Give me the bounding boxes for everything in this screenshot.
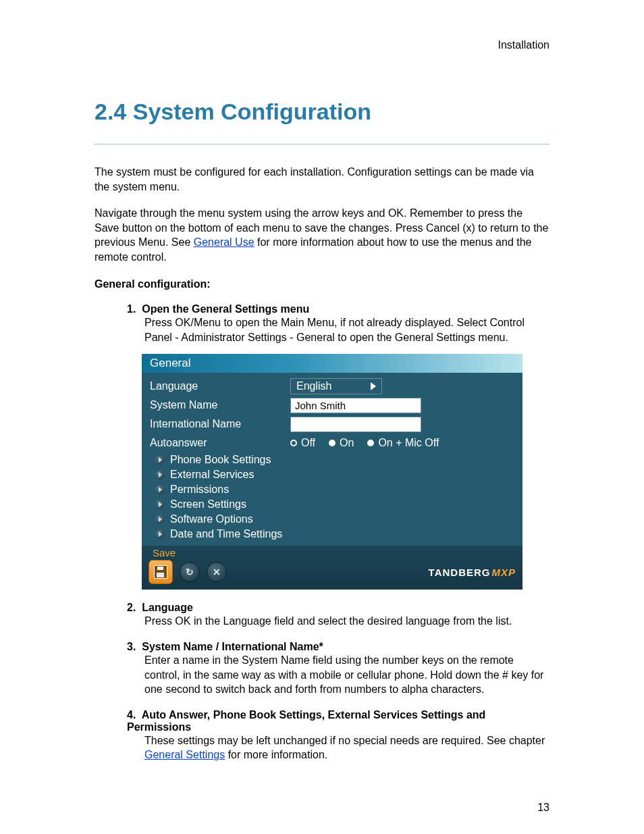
close-icon: ✕: [213, 567, 221, 577]
general-settings-link[interactable]: General Settings: [144, 749, 225, 760]
save-label: Save: [153, 547, 516, 558]
step-3-title: System Name / International Name*: [142, 641, 323, 652]
step-2-body: Press OK in the Language field and selec…: [144, 614, 549, 629]
radio-icon: [367, 440, 374, 446]
sub-date-time[interactable]: Date and Time Settings: [150, 527, 514, 542]
brand-logo: TANDBERGMXP: [429, 567, 516, 578]
language-label: Language: [150, 380, 285, 392]
general-use-link[interactable]: General Use: [194, 236, 254, 248]
language-select[interactable]: English: [290, 378, 382, 394]
page-number: 13: [537, 802, 549, 814]
intl-name-label: International Name: [150, 418, 285, 430]
chevron-right-icon: [371, 382, 376, 390]
refresh-button[interactable]: ↻: [180, 562, 200, 582]
brand-suffix: MXP: [491, 567, 516, 578]
refresh-icon: ↻: [186, 567, 194, 577]
general-settings-panel: General Language English System Name Int…: [142, 354, 522, 590]
step-3: 3. System Name / International Name* Ent…: [127, 641, 549, 697]
brand-text: TANDBERG: [429, 567, 491, 578]
sub-permissions[interactable]: Permissions: [150, 482, 514, 497]
sub-label: Permissions: [170, 484, 229, 496]
step-4-body-b: for more information.: [225, 749, 327, 760]
step-4-body: These settings may be left unchanged if …: [144, 733, 549, 762]
autoanswer-on-label: On: [340, 437, 354, 449]
language-row: Language English: [150, 377, 514, 396]
radio-icon: [329, 440, 336, 446]
step-1-number: 1.: [127, 303, 136, 315]
radio-icon: [290, 440, 297, 446]
sub-label: Software Options: [170, 513, 253, 525]
autoanswer-onmicoff-label: On + Mic Off: [378, 437, 439, 449]
play-icon: [155, 485, 165, 494]
intl-name-input[interactable]: [290, 417, 421, 432]
step-1-title: Open the General Settings menu: [142, 303, 309, 315]
autoanswer-off-label: Off: [301, 437, 315, 449]
system-name-input[interactable]: [290, 398, 421, 413]
intl-name-row: International Name: [150, 415, 514, 434]
autoanswer-off-radio[interactable]: Off: [290, 437, 315, 449]
sub-label: External Services: [170, 469, 254, 481]
play-icon: [155, 470, 165, 479]
step-3-body: Enter a name in the System Name field us…: [144, 653, 549, 697]
step-4-title: Auto Answer, Phone Book Settings, Extern…: [127, 709, 485, 733]
step-2: 2. Language Press OK in the Language fie…: [127, 602, 549, 629]
sub-phonebook[interactable]: Phone Book Settings: [150, 452, 514, 467]
play-icon: [155, 500, 165, 509]
cancel-button[interactable]: ✕: [207, 562, 227, 582]
autoanswer-row: Autoanswer Off On On + Mic Off: [150, 434, 514, 452]
panel-title: General: [142, 354, 522, 373]
play-icon: [155, 515, 165, 524]
sub-software-options[interactable]: Software Options: [150, 512, 514, 527]
sub-label: Screen Settings: [170, 498, 246, 511]
save-button[interactable]: [149, 560, 173, 584]
general-configuration-heading: General configuration:: [95, 277, 549, 292]
intro-paragraph-2: Navigate through the menu system using t…: [95, 206, 549, 264]
autoanswer-on-radio[interactable]: On: [329, 437, 354, 449]
system-name-row: System Name: [150, 396, 514, 415]
step-1-body: Press OK/Menu to open the Main Menu, if …: [144, 315, 549, 344]
intro-paragraph-1: The system must be configured for each i…: [95, 165, 549, 194]
autoanswer-label: Autoanswer: [150, 437, 285, 449]
step-2-title: Language: [142, 602, 193, 613]
system-name-label: System Name: [150, 399, 285, 411]
sub-screen-settings[interactable]: Screen Settings: [150, 497, 514, 512]
sub-external-services[interactable]: External Services: [150, 467, 514, 482]
step-2-number: 2.: [127, 602, 136, 613]
floppy-icon: [154, 565, 167, 579]
language-value: English: [296, 380, 331, 392]
page-title: 2.4 System Configuration: [95, 99, 549, 125]
sub-label: Date and Time Settings: [170, 528, 282, 540]
step-1: 1. Open the General Settings menu Press …: [127, 303, 549, 344]
step-3-number: 3.: [127, 641, 136, 652]
header-section-label: Installation: [95, 39, 549, 51]
title-rule: [95, 144, 549, 145]
play-icon: [155, 529, 165, 539]
step-4-body-a: These settings may be left unchanged if …: [144, 735, 545, 746]
step-4: 4. Auto Answer, Phone Book Settings, Ext…: [127, 709, 549, 762]
autoanswer-onmicoff-radio[interactable]: On + Mic Off: [367, 437, 439, 449]
play-icon: [155, 455, 165, 465]
sub-label: Phone Book Settings: [170, 454, 271, 466]
step-4-number: 4.: [127, 709, 136, 721]
